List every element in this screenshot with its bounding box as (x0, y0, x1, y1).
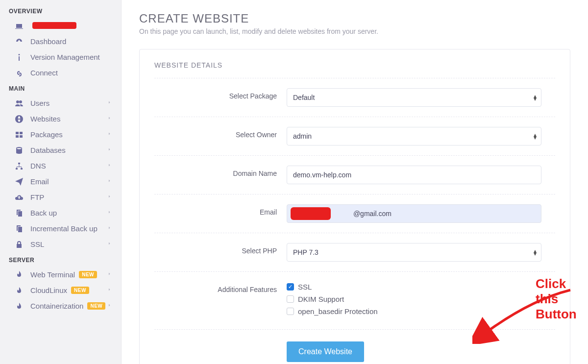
domain-name-input[interactable] (287, 166, 541, 184)
sidebar-item-label: FTP (30, 193, 44, 201)
create-website-button[interactable]: Create Website (287, 341, 364, 362)
label-email: Email (154, 204, 287, 216)
checkbox-row-ssl: SSL (287, 283, 541, 291)
chevron-right-icon (108, 224, 112, 233)
chevron-right-icon (108, 130, 112, 139)
checkbox-row-dkim-support: DKIM Support (287, 295, 541, 303)
row-submit: Create Website (154, 329, 555, 362)
sidebar-item-label: SSL (30, 240, 44, 248)
sidebar-item-back-up[interactable]: Back up (0, 205, 121, 220)
checkbox-row-open-basedir-protection: open_basedir Protection (287, 307, 541, 315)
chevron-right-icon (108, 162, 112, 170)
website-details-panel: WEBSITE DETAILS Select Package Default ▴… (139, 49, 570, 364)
globe-icon (14, 114, 24, 123)
select-package[interactable]: Default (287, 88, 541, 107)
info-icon (14, 52, 24, 61)
page-title: CREATE WEBSITE (139, 12, 570, 25)
new-badge: NEW (79, 271, 97, 278)
select-carets-icon: ▴▾ (534, 133, 537, 139)
sidebar-item-websites[interactable]: Websites (0, 111, 121, 126)
checkbox-ssl[interactable] (287, 283, 294, 291)
chevron-right-icon (108, 177, 112, 186)
label-select-php: Select PHP (154, 243, 287, 255)
sidebar-item-label: Containerization (30, 302, 83, 310)
database-icon (14, 146, 24, 154)
chevron-right-icon (108, 193, 112, 201)
laptop-icon (14, 21, 24, 30)
panel-title: WEBSITE DETAILS (154, 61, 555, 69)
chevron-right-icon (108, 240, 112, 248)
sidebar-item-dns[interactable]: DNS (0, 158, 121, 173)
row-email: Email (154, 194, 555, 233)
sidebar-item-dashboard[interactable]: Dashboard (0, 33, 121, 49)
flame-icon (14, 302, 24, 311)
chevron-right-icon (108, 115, 112, 123)
sidebar-item-label: DNS (30, 162, 46, 170)
sidebar-item-ssl[interactable]: SSL (0, 236, 121, 252)
select-carets-icon: ▴▾ (534, 249, 537, 255)
checkbox-label: DKIM Support (298, 295, 344, 303)
sidebar-item-label: Version Management (30, 53, 100, 61)
sidebar-item-version-management[interactable]: Version Management (0, 49, 121, 65)
row-domain-name: Domain Name (154, 155, 555, 194)
sidebar-item-connect[interactable]: Connect (0, 65, 121, 80)
label-select-owner: Select Owner (154, 127, 287, 139)
checkbox-label: open_basedir Protection (298, 307, 378, 315)
sidebar-item-incremental-back-up[interactable]: Incremental Back up (0, 220, 121, 236)
new-badge: NEW (87, 302, 105, 310)
chevron-right-icon (108, 209, 112, 217)
sidebar-item-email[interactable]: Email (0, 173, 121, 189)
link-icon (14, 68, 24, 77)
label-select-package: Select Package (154, 88, 287, 100)
page-subtitle: On this page you can launch, list, modif… (139, 27, 570, 35)
checkbox-open-basedir-protection[interactable] (287, 308, 294, 315)
sidebar-heading: SERVER (0, 252, 121, 267)
chevron-right-icon (108, 99, 112, 107)
sidebar-item-packages[interactable]: Packages (0, 126, 121, 142)
sidebar-item-redacted[interactable] (0, 18, 121, 33)
sitemap-icon (14, 161, 24, 170)
sidebar-heading: OVERVIEW (0, 3, 121, 18)
cloud-up-icon (14, 193, 24, 201)
chevron-right-icon (108, 286, 112, 294)
select-owner[interactable]: admin (287, 127, 541, 146)
sidebar-item-label: Databases (30, 146, 66, 154)
boxes-icon (14, 130, 24, 139)
row-select-package: Select Package Default ▴▾ (154, 78, 555, 117)
copy-icon (14, 224, 24, 233)
checkbox-dkim-support[interactable] (287, 295, 294, 303)
sidebar-item-label: Users (30, 99, 49, 107)
label-domain-name: Domain Name (154, 166, 287, 177)
users-icon (14, 98, 24, 107)
lock-icon (14, 240, 24, 248)
sidebar-item-label: CloudLinux (30, 286, 67, 294)
redaction-mark (32, 22, 76, 29)
new-badge: NEW (71, 287, 89, 294)
row-select-php: Select PHP PHP 7.3 ▴▾ (154, 233, 555, 271)
paper-plane-icon (14, 177, 24, 186)
flame-icon (14, 270, 24, 279)
row-additional-features: Additional Features SSLDKIM Supportopen_… (154, 271, 555, 329)
sidebar-item-label: Web Terminal (30, 270, 75, 279)
sidebar: OVERVIEWDashboardVersion ManagementConne… (0, 0, 122, 364)
checkbox-label: SSL (298, 283, 312, 291)
chevron-right-icon (108, 146, 112, 154)
sidebar-item-ftp[interactable]: FTP (0, 189, 121, 205)
sidebar-item-label: Back up (30, 209, 57, 217)
row-select-owner: Select Owner admin ▴▾ (154, 117, 555, 155)
sidebar-item-label: Connect (30, 69, 58, 77)
redaction-mark (291, 207, 331, 220)
sidebar-item-label: Dashboard (30, 37, 66, 46)
sidebar-item-users[interactable]: Users (0, 95, 121, 111)
sidebar-item-containerization[interactable]: ContainerizationNEW (0, 298, 121, 314)
main-content: CREATE WEBSITE On this page you can laun… (122, 0, 588, 364)
sidebar-item-cloudlinux[interactable]: CloudLinuxNEW (0, 282, 121, 298)
select-php[interactable]: PHP 7.3 (287, 243, 541, 262)
label-additional-features: Additional Features (154, 282, 287, 293)
chevron-right-icon (108, 302, 112, 310)
sidebar-item-label: Packages (30, 130, 63, 139)
select-carets-icon: ▴▾ (534, 95, 537, 100)
sidebar-item-databases[interactable]: Databases (0, 142, 121, 158)
sidebar-item-web-terminal[interactable]: Web TerminalNEW (0, 267, 121, 282)
sidebar-heading: MAIN (0, 80, 121, 95)
